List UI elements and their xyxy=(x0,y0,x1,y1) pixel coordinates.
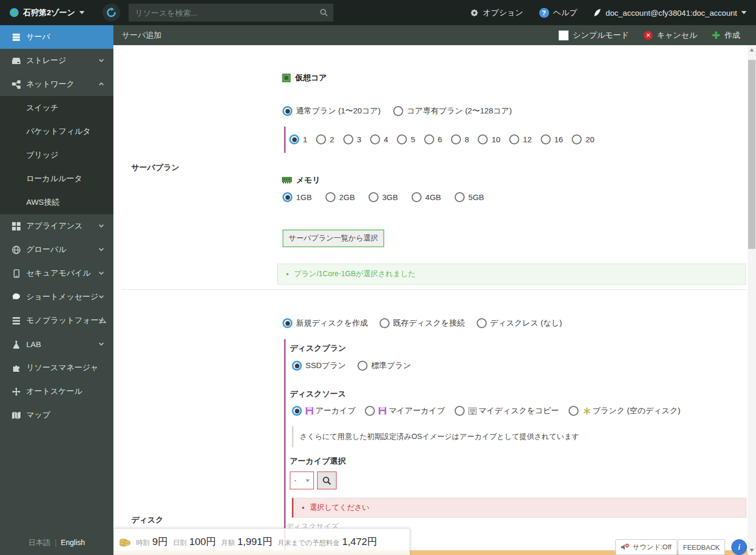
sidebar-subitem-packet-filter[interactable]: パケットフィルタ xyxy=(0,120,113,143)
diskless-radio[interactable]: ディスクレス (なし) xyxy=(477,318,562,328)
archive-search-button[interactable] xyxy=(317,472,337,489)
radio-unselected[interactable] xyxy=(455,406,465,416)
sidebar-subitem-switch[interactable]: スイッチ xyxy=(0,96,113,120)
search-input[interactable] xyxy=(129,8,333,17)
sidebar-item-resource-manager[interactable]: リソースマネージャ xyxy=(0,356,113,380)
vertical-scrollbar[interactable] xyxy=(748,45,756,555)
memory-radio-1gb[interactable]: 1GB xyxy=(282,192,312,202)
sidebar-item-label: グローバル xyxy=(26,245,66,255)
sidebar-item-network[interactable]: ネットワーク xyxy=(0,72,113,96)
sidebar-item-mono-platform[interactable]: モノプラットフォーム xyxy=(0,309,113,332)
scroll-up-arrow[interactable] xyxy=(750,48,754,51)
core-radio-6[interactable]: 6 xyxy=(424,134,442,144)
radio-unselected[interactable] xyxy=(316,134,326,144)
storage-icon xyxy=(12,57,21,65)
radio-unselected[interactable] xyxy=(343,134,353,144)
memory-radio-2gb[interactable]: 2GB xyxy=(326,192,355,202)
radio-unselected[interactable] xyxy=(455,192,465,202)
sidebar-item-server[interactable]: サーバ xyxy=(0,25,113,49)
sidebar-item-short-message[interactable]: ショートメッセージ xyxy=(0,285,113,309)
my-archive-radio[interactable]: マイアーカイブ xyxy=(365,406,445,416)
radio-unselected[interactable] xyxy=(397,134,407,144)
radio-unselected[interactable] xyxy=(370,134,380,144)
core-radio-10[interactable]: 10 xyxy=(478,134,500,144)
help-menu[interactable]: ? ヘルプ xyxy=(539,8,578,18)
disk-existing-radio[interactable]: 既存ディスクを接続 xyxy=(380,318,465,328)
radio-unselected[interactable] xyxy=(424,134,434,144)
memory-radio-3gb[interactable]: 3GB xyxy=(369,192,398,202)
radio-unselected[interactable] xyxy=(365,406,375,416)
sidebar-item-map[interactable]: マップ xyxy=(0,403,113,427)
simple-mode-checkbox[interactable] xyxy=(559,30,569,40)
radio-selected[interactable] xyxy=(282,192,292,202)
copy-disk-radio[interactable]: マイディスクをコピー xyxy=(455,406,559,416)
sidebar-subitem-bridge[interactable]: ブリッジ xyxy=(0,143,113,167)
radio-unselected[interactable] xyxy=(478,134,488,144)
core-radio-1[interactable]: 1 xyxy=(289,134,307,144)
sidebar-item-storage[interactable]: ストレージ xyxy=(0,49,113,72)
radio-selected[interactable] xyxy=(282,318,292,328)
radio-unselected[interactable] xyxy=(380,318,390,328)
sidebar-item-autoscale[interactable]: オートスケール xyxy=(0,380,113,403)
plan-list-button[interactable]: サーバプラン一覧から選択 xyxy=(282,229,384,247)
sidebar-subitem-aws[interactable]: AWS接続 xyxy=(0,191,113,214)
sidebar-subitem-local-router[interactable]: ローカルルータ xyxy=(0,167,113,191)
options-menu[interactable]: オプション xyxy=(470,8,523,18)
radio-selected[interactable] xyxy=(282,106,292,116)
subitem-label: AWS接続 xyxy=(26,197,60,207)
scroll-down-arrow[interactable] xyxy=(750,549,754,552)
radio-unselected[interactable] xyxy=(572,134,582,144)
refresh-button[interactable] xyxy=(102,4,120,22)
feedback-button[interactable]: FEEDBACK xyxy=(678,539,725,555)
core-radio-4[interactable]: 4 xyxy=(370,134,388,144)
radio-selected[interactable] xyxy=(292,406,302,416)
sidebar-item-lab[interactable]: LAB xyxy=(0,332,113,356)
sidebar-item-appliance[interactable]: アプライアンス xyxy=(0,214,113,238)
radio-selected[interactable] xyxy=(292,361,302,371)
core-radio-16[interactable]: 16 xyxy=(541,134,563,144)
sidebar-item-secure-mobile[interactable]: セキュアモバイル xyxy=(0,261,113,285)
blank-disk-radio[interactable]: ブランク (空のディスク) xyxy=(569,406,680,416)
core-radio-8[interactable]: 8 xyxy=(451,134,469,144)
core-radio-12[interactable]: 12 xyxy=(509,134,532,144)
account-caret-icon xyxy=(741,11,747,14)
info-button[interactable]: i xyxy=(731,539,747,555)
radio-unselected[interactable] xyxy=(509,134,519,144)
radio-unselected[interactable] xyxy=(412,192,422,202)
lang-japanese[interactable]: 日本語 xyxy=(28,538,50,547)
radio-selected[interactable] xyxy=(289,134,299,144)
feedback-label: FEEDBACK xyxy=(683,543,720,551)
core-radio-3[interactable]: 3 xyxy=(343,134,361,144)
disk-new-radio[interactable]: 新規ディスクを作成 xyxy=(282,318,368,328)
standard-plan-radio[interactable]: 標準プラン xyxy=(358,361,411,371)
radio-unselected[interactable] xyxy=(451,134,461,144)
zone-selector[interactable]: 石狩第2ゾーン xyxy=(0,8,85,18)
sidebar-item-global[interactable]: グローバル xyxy=(0,238,113,261)
ssd-plan-radio[interactable]: SSDプラン xyxy=(292,361,346,371)
core-radio-5[interactable]: 5 xyxy=(397,134,415,144)
radio-unselected[interactable] xyxy=(358,361,368,371)
create-button[interactable]: 作成 xyxy=(712,30,740,40)
radio-unselected[interactable] xyxy=(477,318,487,328)
account-menu[interactable]: doc_account@cfy38041:doc_account xyxy=(593,8,747,17)
lang-english[interactable]: English xyxy=(61,538,85,547)
sidebar-item-label: オートスケール xyxy=(26,386,82,396)
sound-toggle-button[interactable]: サウンド:Off xyxy=(615,539,677,555)
radio-unselected[interactable] xyxy=(326,192,335,202)
cancel-button[interactable]: ✕ キャンセル xyxy=(644,30,697,40)
plan-normal-radio[interactable]: 通常プラン (1〜20コア) xyxy=(282,106,381,116)
radio-unselected[interactable] xyxy=(569,406,579,416)
simple-mode-toggle[interactable]: シンプルモード xyxy=(559,30,629,40)
memory-radio-4gb[interactable]: 4GB xyxy=(412,192,441,202)
radio-unselected[interactable] xyxy=(369,192,379,202)
core-radio-2[interactable]: 2 xyxy=(316,134,334,144)
plan-dedicated-radio[interactable]: コア専有プラン (2〜128コア) xyxy=(393,106,512,116)
radio-unselected[interactable] xyxy=(393,106,403,116)
archive-select-dropdown[interactable]: - xyxy=(290,472,314,489)
scrollbar-thumb[interactable] xyxy=(748,60,755,249)
disk-source-label: ブランク (空のディスク) xyxy=(593,406,680,416)
archive-radio[interactable]: アーカイブ xyxy=(292,406,355,416)
radio-unselected[interactable] xyxy=(541,134,551,144)
memory-radio-5gb[interactable]: 5GB xyxy=(455,192,484,202)
core-radio-20[interactable]: 20 xyxy=(572,134,594,144)
